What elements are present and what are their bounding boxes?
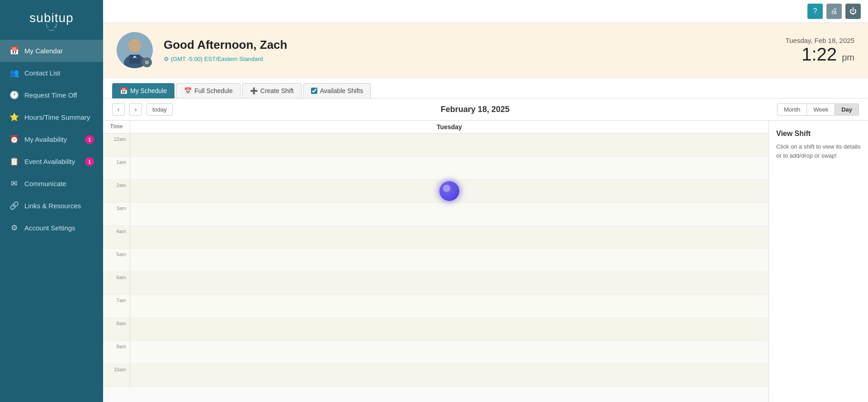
time-row: 7am [103,295,769,318]
calendar-controls: ‹ › today February 18, 2025 MonthWeekDay [103,98,868,121]
sidebar-item-contact-list[interactable]: 👥 Contact List [0,62,103,84]
svg-point-3 [128,39,141,52]
time-slot[interactable] [130,364,769,387]
view-buttons: MonthWeekDay [778,103,859,116]
app-logo-smile: ╰‿╯ [9,23,94,31]
sidebar-item-label: My Availability [24,136,67,143]
prev-button[interactable]: ‹ [112,103,125,116]
event-availability-icon: 📋 [9,157,19,166]
view-btn-day[interactable]: Day [835,103,859,116]
print-button[interactable]: 🖨 [826,4,842,19]
tab-icon-full-schedule: 📅 [184,87,192,94]
view-btn-month[interactable]: Month [777,103,807,116]
day-header-row: Time Tuesday [103,121,769,134]
right-panel-description: Click on a shift to view its details or … [776,142,861,160]
time-slot[interactable] [130,226,769,248]
time-row: 8am [103,318,769,341]
time-slot[interactable] [130,203,769,225]
tab-create-shift[interactable]: ➕ Create Shift [242,83,302,98]
sidebar-item-my-availability[interactable]: ⏰ My Availability 1 [0,128,103,150]
sidebar-item-account-settings[interactable]: ⚙ Account Settings [0,217,103,239]
timezone-link[interactable]: ⚙ (GMT -5:00) EST/Eastern Standard [164,56,263,62]
time-slot[interactable] [130,157,769,179]
sidebar-item-hours-time-summary[interactable]: ⭐ Hours/Time Summary [0,106,103,128]
sidebar-item-label: Links & Resources [24,202,81,210]
avatar-wrapper: ⚙ [117,32,153,68]
sidebar-item-label: My Calendar [24,47,63,55]
account-settings-icon: ⚙ [9,223,19,233]
badge-event-availability: 1 [85,157,94,166]
request-time-off-icon: 🕐 [9,90,19,100]
calendar-body: Time Tuesday 12am1am2am3am4am5am6am7am8a… [103,121,868,402]
time-label: 6am [103,272,130,294]
tab-label-create-shift: Create Shift [260,87,294,94]
badge-my-availability: 1 [85,135,94,144]
greeting-block: Good Afternoon, Zach ⚙ (GMT -5:00) EST/E… [164,38,774,63]
today-button[interactable]: today [146,103,173,116]
time-row: 4am [103,226,769,249]
time-label: 10am [103,364,130,387]
day-column-header: Tuesday [130,121,769,133]
avatar-edit-button[interactable]: ⚙ [142,57,152,67]
time-row: 10am [103,364,769,387]
communicate-icon: ✉ [9,179,19,188]
help-button[interactable]: ? [807,4,823,19]
time-slot[interactable] [130,318,769,341]
sidebar-item-links-resources[interactable]: 🔗 Links & Resources [0,195,103,217]
app-name: subitup [29,11,73,25]
datetime-block: Tuesday, Feb 18, 2025 1:22 pm [785,37,854,64]
calendar-title: February 18, 2025 [177,105,773,114]
tab-my-schedule[interactable]: 📅 My Schedule [112,83,175,98]
time-slot[interactable] [130,134,769,156]
sidebar-item-label: Contact List [24,69,60,77]
contact-list-icon: 👥 [9,68,19,78]
sidebar-item-label: Request Time Off [24,91,77,99]
sidebar-item-my-calendar[interactable]: 📅 My Calendar [0,40,103,62]
time-ampm: pm [842,52,854,62]
tab-available-shifts[interactable]: Available Shifts [303,83,371,98]
header-banner: ⚙ Good Afternoon, Zach ⚙ (GMT -5:00) EST… [103,23,868,78]
time-rows: 12am1am2am3am4am5am6am7am8am9am10am [103,134,769,387]
available-shifts-checkbox[interactable] [311,88,317,94]
time-slot[interactable] [130,341,769,364]
time-row: 3am [103,203,769,226]
time-row: 1am [103,157,769,180]
sidebar-item-label: Communicate [24,180,66,187]
time-label: 8am [103,318,130,341]
sidebar-item-event-availability[interactable]: 📋 Event Availability 1 [0,150,103,173]
time-label: 12am [103,134,130,156]
sidebar-item-request-time-off[interactable]: 🕐 Request Time Off [0,84,103,106]
time-slot[interactable] [130,272,769,294]
time-label: 9am [103,341,130,364]
time-slot[interactable] [130,180,769,202]
right-panel: View Shift Click on a shift to view its … [769,121,868,402]
my-calendar-icon: 📅 [9,46,19,56]
hours-time-summary-icon: ⭐ [9,112,19,122]
right-panel-title: View Shift [776,130,861,138]
tab-icon-create-shift: ➕ [250,87,258,94]
sidebar-item-communicate[interactable]: ✉ Communicate [0,173,103,195]
time-label: 5am [103,249,130,271]
time-column-header: Time [103,121,130,133]
sidebar: subitup ╰‿╯ 📅 My Calendar 👥 Contact List… [0,0,103,402]
schedule-area: 📅 My Schedule 📅 Full Schedule ➕ Create S… [103,78,868,402]
time-label: 3am [103,203,130,225]
links-resources-icon: 🔗 [9,201,19,210]
main-content: ? 🖨 ⏻ ⚙ Good Afternoon, Zach [103,0,868,402]
timezone-label: (GMT -5:00) EST/Eastern Standard [171,56,263,62]
greeting-text: Good Afternoon, Zach [164,38,774,52]
time-row: 12am [103,134,769,157]
power-button[interactable]: ⏻ [845,4,861,19]
time-slot[interactable] [130,295,769,318]
loading-spinner [439,181,459,201]
time-slot[interactable] [130,249,769,271]
tab-full-schedule[interactable]: 📅 Full Schedule [176,83,241,98]
gear-icon: ⚙ [164,56,169,62]
time-grid: Time Tuesday 12am1am2am3am4am5am6am7am8a… [103,121,769,402]
time-label: 1am [103,157,130,179]
next-button[interactable]: › [129,103,142,116]
time-value: 1:22 [802,44,837,64]
view-btn-week[interactable]: Week [807,103,835,116]
time-row: 9am [103,341,769,364]
time-label: 2am [103,180,130,202]
